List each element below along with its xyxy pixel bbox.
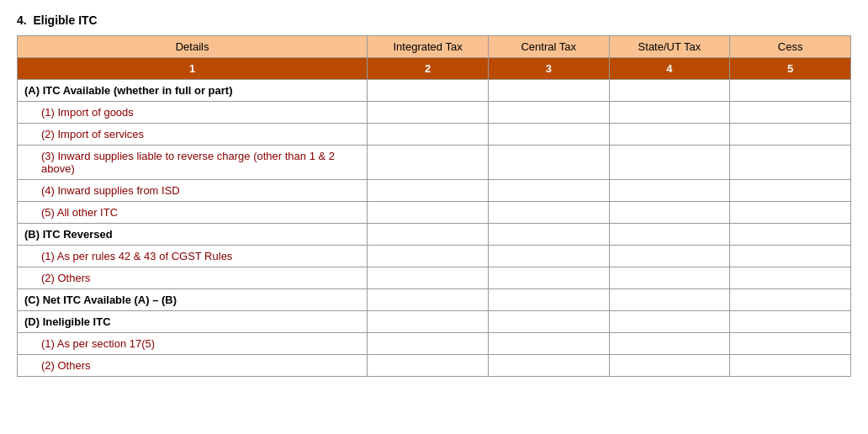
data-cell-A5-col3[interactable] xyxy=(488,202,609,224)
table-row: (C) Net ITC Available (A) – (B) xyxy=(18,289,851,311)
table-row: (1) As per section 17(5) xyxy=(18,333,851,355)
table-row: (2) Others xyxy=(18,267,851,289)
table-row: (B) ITC Reversed xyxy=(18,224,851,246)
data-cell-A1-col2[interactable] xyxy=(368,102,489,124)
data-cell-D1-col2[interactable] xyxy=(368,333,489,355)
row-label-A_header: (A) ITC Available (whether in full or pa… xyxy=(18,80,368,102)
data-cell-A_header-col2[interactable] xyxy=(368,80,489,102)
data-cell-B1-col2[interactable] xyxy=(368,246,489,267)
table-row: (1) As per rules 42 & 43 of CGST Rules xyxy=(18,246,851,267)
data-cell-B_header-col5[interactable] xyxy=(730,224,851,246)
data-cell-B2-col5[interactable] xyxy=(730,267,851,289)
row-label-C_header: (C) Net ITC Available (A) – (B) xyxy=(18,289,368,311)
data-cell-D_header-col3[interactable] xyxy=(488,311,609,333)
data-cell-A5-col5[interactable] xyxy=(730,202,851,224)
data-cell-A1-col4[interactable] xyxy=(609,102,730,124)
col-header-integrated: Integrated Tax xyxy=(368,36,489,58)
col-num-1: 1 xyxy=(18,58,368,80)
data-cell-D1-col5[interactable] xyxy=(730,333,851,355)
row-label-A5: (5) All other ITC xyxy=(18,202,368,224)
data-cell-A5-col2[interactable] xyxy=(368,202,489,224)
data-cell-C_header-col2[interactable] xyxy=(368,289,489,311)
data-cell-C_header-col5[interactable] xyxy=(730,289,851,311)
table-row: (2) Import of services xyxy=(18,124,851,146)
data-cell-D2-col4[interactable] xyxy=(609,355,730,377)
eligible-itc-table: Details Integrated Tax Central Tax State… xyxy=(17,35,851,377)
row-label-D_header: (D) Ineligible ITC xyxy=(18,311,368,333)
row-label-B2: (2) Others xyxy=(18,267,368,289)
data-cell-D2-col5[interactable] xyxy=(730,355,851,377)
data-cell-B2-col3[interactable] xyxy=(488,267,609,289)
row-label-D1: (1) As per section 17(5) xyxy=(18,333,368,355)
data-cell-A1-col3[interactable] xyxy=(488,102,609,124)
table-row: (5) All other ITC xyxy=(18,202,851,224)
data-cell-D_header-col5[interactable] xyxy=(730,311,851,333)
data-cell-A_header-col5[interactable] xyxy=(730,80,851,102)
data-cell-B_header-col3[interactable] xyxy=(488,224,609,246)
table-row: (D) Ineligible ITC xyxy=(18,311,851,333)
data-cell-D_header-col4[interactable] xyxy=(609,311,730,333)
col-num-3: 3 xyxy=(488,58,609,80)
col-num-4: 4 xyxy=(609,58,730,80)
data-cell-A_header-col4[interactable] xyxy=(609,80,730,102)
data-cell-B1-col5[interactable] xyxy=(730,246,851,267)
col-num-2: 2 xyxy=(368,58,489,80)
row-label-A1: (1) Import of goods xyxy=(18,102,368,124)
data-cell-D1-col3[interactable] xyxy=(488,333,609,355)
data-cell-B1-col4[interactable] xyxy=(609,246,730,267)
data-cell-A5-col4[interactable] xyxy=(609,202,730,224)
data-cell-A3-col3[interactable] xyxy=(488,146,609,180)
col-header-central: Central Tax xyxy=(488,36,609,58)
data-cell-A3-col4[interactable] xyxy=(609,146,730,180)
data-cell-A4-col3[interactable] xyxy=(488,180,609,202)
section-title: 4. Eligible ITC xyxy=(17,13,851,27)
col-header-cess: Cess xyxy=(730,36,851,58)
row-label-B_header: (B) ITC Reversed xyxy=(18,224,368,246)
row-label-B1: (1) As per rules 42 & 43 of CGST Rules xyxy=(18,246,368,267)
data-cell-D2-col2[interactable] xyxy=(368,355,489,377)
data-cell-A2-col5[interactable] xyxy=(730,124,851,146)
data-cell-A_header-col3[interactable] xyxy=(488,80,609,102)
data-cell-A3-col2[interactable] xyxy=(368,146,489,180)
row-label-D2: (2) Others xyxy=(18,355,368,377)
data-cell-A4-col2[interactable] xyxy=(368,180,489,202)
row-label-A4: (4) Inward supplies from ISD xyxy=(18,180,368,202)
table-row: (3) Inward supplies liable to reverse ch… xyxy=(18,146,851,180)
data-cell-A4-col5[interactable] xyxy=(730,180,851,202)
data-cell-D2-col3[interactable] xyxy=(488,355,609,377)
data-cell-A4-col4[interactable] xyxy=(609,180,730,202)
data-cell-B_header-col2[interactable] xyxy=(368,224,489,246)
data-cell-D1-col4[interactable] xyxy=(609,333,730,355)
data-cell-C_header-col4[interactable] xyxy=(609,289,730,311)
data-cell-B2-col2[interactable] xyxy=(368,267,489,289)
data-cell-A1-col5[interactable] xyxy=(730,102,851,124)
col-header-state: State/UT Tax xyxy=(609,36,730,58)
table-header-row-2: 1 2 3 4 5 xyxy=(18,58,851,80)
data-cell-A2-col3[interactable] xyxy=(488,124,609,146)
col-num-5: 5 xyxy=(730,58,851,80)
row-label-A3: (3) Inward supplies liable to reverse ch… xyxy=(18,146,368,180)
row-label-A2: (2) Import of services xyxy=(18,124,368,146)
data-cell-C_header-col3[interactable] xyxy=(488,289,609,311)
data-cell-A3-col5[interactable] xyxy=(730,146,851,180)
table-row: (1) Import of goods xyxy=(18,102,851,124)
table-row: (2) Others xyxy=(18,355,851,377)
data-cell-A2-col4[interactable] xyxy=(609,124,730,146)
table-row: (A) ITC Available (whether in full or pa… xyxy=(18,80,851,102)
table-row: (4) Inward supplies from ISD xyxy=(18,180,851,202)
data-cell-D_header-col2[interactable] xyxy=(368,311,489,333)
data-cell-B2-col4[interactable] xyxy=(609,267,730,289)
data-cell-B_header-col4[interactable] xyxy=(609,224,730,246)
col-header-details: Details xyxy=(18,36,368,58)
data-cell-B1-col3[interactable] xyxy=(488,246,609,267)
table-header-row-1: Details Integrated Tax Central Tax State… xyxy=(18,36,851,58)
data-cell-A2-col2[interactable] xyxy=(368,124,489,146)
